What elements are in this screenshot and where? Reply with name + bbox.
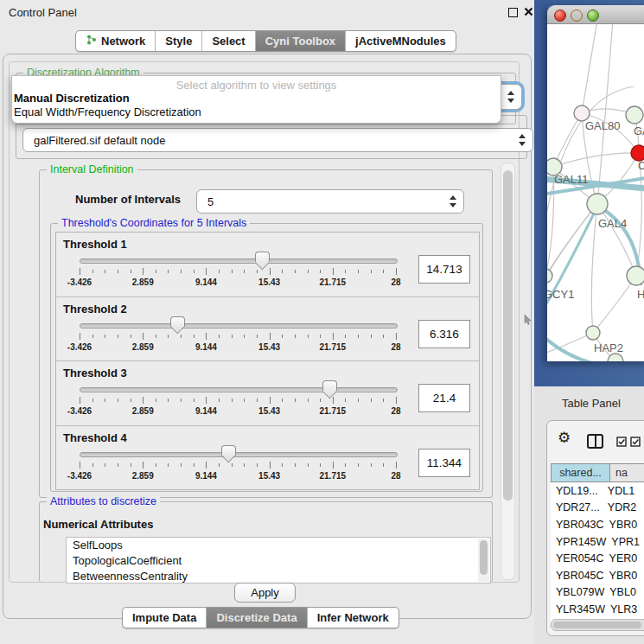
slider-tick-labels: -3.4262.8599.14415.4321.71528 — [80, 277, 396, 288]
slider-thumb[interactable] — [322, 380, 337, 391]
network-edge[interactable] — [582, 24, 597, 113]
threshold-value-field[interactable]: 21.4 — [418, 384, 470, 412]
column-header-na[interactable]: na — [610, 463, 644, 482]
table-row[interactable]: YLR345WYLR3 — [551, 601, 644, 618]
tab-cyni-toolbox[interactable]: Cyni Toolbox — [255, 31, 345, 51]
network-edge[interactable] — [547, 204, 597, 284]
algorithm-options: Manual DiscretizationEqual Width/Frequen… — [14, 92, 502, 118]
cell-name[interactable]: YPR1 — [606, 536, 644, 548]
tab-label: Style — [165, 35, 192, 48]
minimize-window-icon[interactable] — [571, 10, 583, 22]
slider-thumb[interactable] — [221, 445, 236, 456]
slider-thumb[interactable] — [170, 316, 185, 327]
network-edge[interactable] — [591, 204, 597, 333]
table-row[interactable]: YER054CYER0 — [551, 550, 644, 567]
network-edge[interactable] — [547, 204, 597, 276]
network-node[interactable] — [608, 354, 623, 361]
network-graph[interactable]: GAL80GACGAL11GAL4GCY1HHAP2 — [547, 24, 644, 361]
show-column-icon[interactable] — [587, 434, 603, 449]
attribute-item-betweennesscentrality[interactable]: BetweennessCentrality — [67, 569, 490, 583]
threshold-value-field[interactable]: 14.713 — [418, 255, 470, 284]
select-all-icon[interactable] — [616, 437, 627, 447]
settings-scrollbar-thumb[interactable] — [503, 170, 513, 501]
cell-shared-name[interactable]: YBL079W — [551, 586, 604, 598]
slider-thumb[interactable] — [255, 252, 270, 262]
table-panel: Table Panel ⚙ shared...na YDL19...YDL1YD… — [534, 386, 644, 644]
cell-name[interactable]: YDR2 — [603, 501, 644, 513]
cell-shared-name[interactable]: YER054C — [551, 552, 604, 564]
attribute-item-topologicalcoefficient[interactable]: TopologicalCoefficient — [67, 553, 490, 569]
slider-track[interactable] — [80, 323, 398, 328]
algorithm-option-manual-discretization[interactable]: Manual Discretization — [14, 92, 502, 105]
bottom-tab-infer-network[interactable]: Infer Network — [307, 608, 399, 628]
network-node-ga[interactable] — [626, 106, 643, 124]
table-row[interactable]: YPR145WYPR1 — [551, 533, 644, 551]
control-panel-tabs: NetworkStyleSelectCyni ToolboxjActiveMNo… — [75, 30, 456, 52]
list-scrollbar-thumb[interactable] — [480, 540, 488, 575]
column-header-shared-[interactable]: shared... — [551, 463, 610, 482]
cell-name[interactable]: YER0 — [604, 552, 644, 564]
thresholds-title: Threshold's Coordinates for 5 Intervals — [58, 217, 250, 229]
settings-scrollbar[interactable] — [501, 163, 515, 580]
cell-shared-name[interactable]: YPR145W — [551, 536, 606, 548]
table-row[interactable]: YDR27...YDR2 — [551, 500, 644, 517]
algorithm-option-equal-width-frequency-discretization[interactable]: Equal Width/Frequency Discretization — [14, 105, 502, 119]
cell-name[interactable]: YBR0 — [604, 519, 644, 531]
cell-shared-name[interactable]: YLR345W — [551, 603, 605, 615]
number-of-intervals-value: 5 — [207, 195, 214, 208]
table-row[interactable]: YDL19...YDL1 — [551, 482, 644, 500]
table-hscrollbar[interactable] — [551, 619, 644, 631]
network-node-gal4[interactable] — [587, 194, 608, 214]
numerical-attributes-list[interactable]: SelfLoopsTopologicalCoefficientBetweenne… — [66, 537, 491, 583]
number-of-intervals-select[interactable]: 5 — [196, 189, 464, 214]
tab-style[interactable]: Style — [155, 31, 201, 51]
threshold-value-field[interactable]: 11.344 — [418, 449, 470, 477]
cell-shared-name[interactable]: YBR045C — [551, 570, 604, 582]
tab-network[interactable]: Network — [76, 31, 155, 51]
table-data-select[interactable]: galFiltered.sif default node — [22, 128, 533, 152]
interval-definition-title: Interval Definition — [47, 163, 137, 175]
table-row[interactable]: YBR043CYBR0 — [551, 516, 644, 533]
table-row[interactable]: YBR045CYBR0 — [551, 567, 644, 584]
slider-track[interactable] — [80, 452, 398, 457]
bottom-tab-discretize-data[interactable]: Discretize Data — [206, 608, 306, 628]
list-scrollbar[interactable] — [478, 539, 489, 582]
table-row[interactable]: YBL079WYBL0 — [551, 584, 644, 602]
network-node-h[interactable] — [627, 266, 644, 285]
network-edge[interactable] — [547, 167, 554, 276]
cell-name[interactable]: YBL0 — [604, 586, 644, 598]
tab-label: Infer Network — [317, 611, 389, 624]
attribute-item-selfloops[interactable]: SelfLoops — [67, 538, 490, 553]
slider-track[interactable] — [80, 258, 398, 264]
close-icon[interactable] — [524, 7, 533, 16]
apply-button[interactable]: Apply — [234, 583, 296, 603]
network-edge[interactable] — [593, 276, 636, 333]
cell-name[interactable]: YLR3 — [605, 603, 644, 615]
cell-name[interactable]: YDL1 — [603, 485, 644, 497]
tab-jactivemnodules[interactable]: jActiveMNodules — [345, 31, 456, 51]
network-edge[interactable] — [597, 24, 613, 204]
numerical-attributes-label: Numerical Attributes — [43, 518, 153, 531]
node-label: GCY1 — [547, 288, 574, 301]
network-tab-icon — [86, 34, 97, 48]
network-node-gcy1[interactable] — [547, 269, 552, 283]
unselect-all-icon[interactable] — [630, 437, 641, 447]
cell-shared-name[interactable]: YBR043C — [551, 519, 604, 531]
network-window-titlebar[interactable] — [547, 5, 644, 24]
table-settings-gear-icon[interactable]: ⚙ — [558, 429, 571, 446]
network-canvas[interactable]: GAL80GACGAL11GAL4GCY1HHAP2 — [547, 24, 644, 361]
tab-select[interactable]: Select — [201, 31, 254, 51]
table-hscrollbar-thumb[interactable] — [553, 622, 641, 628]
float-window-icon[interactable] — [508, 8, 518, 17]
threshold-value-field[interactable]: 6.316 — [418, 320, 470, 348]
bottom-tab-impute-data[interactable]: Impute Data — [123, 608, 206, 628]
close-window-icon[interactable] — [554, 10, 566, 22]
network-node-hap2[interactable] — [586, 326, 600, 340]
network-edge[interactable] — [553, 153, 639, 167]
cell-shared-name[interactable]: YDR27... — [551, 501, 603, 513]
zoom-window-icon[interactable] — [587, 10, 599, 22]
tab-label: Cyni Toolbox — [265, 35, 335, 48]
cell-name[interactable]: YBR0 — [604, 570, 644, 582]
slider-track[interactable] — [80, 387, 398, 392]
cell-shared-name[interactable]: YDL19... — [551, 485, 603, 497]
